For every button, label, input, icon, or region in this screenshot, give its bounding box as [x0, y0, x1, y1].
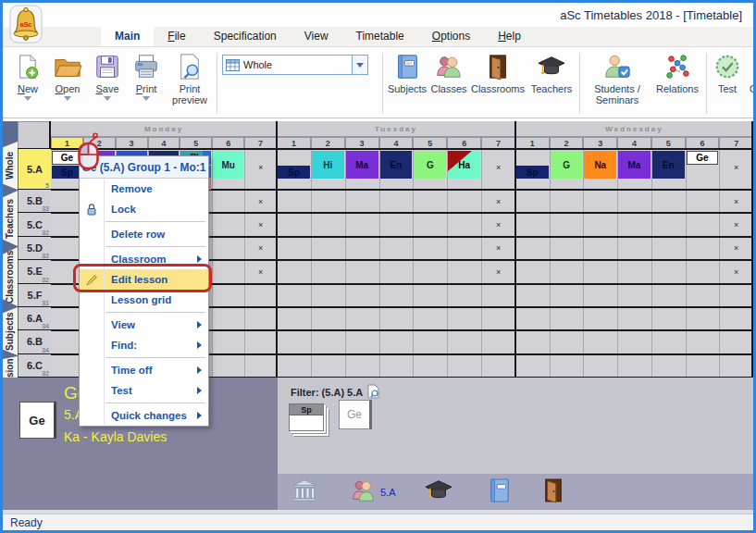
menu-item-label: Test [111, 385, 132, 396]
context-menu-item-lock[interactable]: Lock [80, 199, 208, 219]
submenu-arrow-icon [197, 341, 202, 349]
unplaced-card-sp[interactable]: Sp [289, 403, 324, 431]
day-header-tuesday: Tuesday [277, 121, 515, 137]
blocked-slot-5.E: × [481, 260, 515, 283]
building-icon [291, 477, 318, 507]
filter-label: Filter: (5.A) 5.A [291, 387, 363, 398]
context-menu-item-classroom[interactable]: Classroom [80, 249, 208, 269]
column-line [345, 149, 346, 378]
class-student-count: 34 [42, 323, 49, 329]
lesson-cell-Sp[interactable]: Sp [278, 166, 310, 179]
lesson-cell-Hi[interactable]: Hi [312, 151, 344, 179]
menu-item-label: Lock [111, 204, 136, 215]
lesson-cell-Ma[interactable]: Ma [346, 151, 378, 179]
day-header-wednesday: Wednesday [515, 121, 753, 137]
column-line [311, 149, 312, 378]
context-menu-item-remove[interactable]: Remove [80, 179, 208, 199]
lesson-corner-flag [448, 151, 472, 171]
classes-filter-label: 5.A [380, 487, 396, 498]
class-row-label-5.E[interactable]: 5.E32 [18, 260, 51, 282]
context-menu-item-quick-changes[interactable]: Quick changes [80, 405, 208, 426]
context-menu-item-view[interactable]: View [80, 315, 208, 335]
submenu-arrow-icon [197, 387, 202, 394]
mouse-click-annotation-icon [76, 132, 102, 175]
menu-item-label: Lesson grid [111, 294, 171, 305]
class-row-label-6.A[interactable]: 6.A34 [18, 307, 51, 329]
class-student-count: 32 [42, 253, 49, 259]
context-menu-item-delete-row[interactable]: Delete row [80, 224, 208, 244]
lesson-cell-G[interactable]: G [551, 151, 583, 179]
submenu-arrow-icon [197, 255, 202, 263]
context-menu-item-time-off[interactable]: Time off [80, 360, 208, 380]
lesson-teacher: Ka - Kayla Davies [64, 429, 167, 444]
context-menu-item-edit-lesson[interactable]: Edit lesson [80, 269, 208, 290]
class-name: 6.B [27, 336, 43, 347]
classes-filter-button[interactable]: 5.A [350, 477, 396, 507]
lesson-cell-Sp[interactable]: Sp [516, 166, 549, 179]
lesson-cell-En[interactable]: En [652, 151, 685, 179]
teachers-filter-button[interactable] [424, 477, 453, 507]
blocked-slot-5.B: × [719, 190, 753, 213]
menu-item-label: Delete row [111, 229, 165, 240]
book-icon [489, 477, 511, 507]
unplaced-card-ge[interactable]: Ge [339, 400, 372, 429]
sidebar-tab-whole[interactable]: Whole [3, 142, 18, 190]
building-button[interactable] [291, 477, 318, 507]
class-row-label-5.C[interactable]: 5.C32 [18, 213, 51, 235]
lesson-card[interactable]: Ge [19, 402, 56, 439]
menu-item-label: Time off [111, 365, 153, 376]
context-menu-item-test[interactable]: Test [80, 380, 208, 401]
filter-document-icon[interactable] [366, 384, 380, 401]
blocked-slot-5.D: × [481, 237, 515, 260]
sidebar-tab-teachers[interactable]: Teachers [3, 191, 18, 246]
sidebar-tab-classrooms[interactable]: Classrooms [3, 247, 18, 306]
context-menu-item-lesson-grid[interactable]: Lesson grid [80, 290, 208, 310]
blocked-slot-5.A: × [719, 150, 753, 185]
lesson-cell-Ma[interactable]: Ma [618, 151, 651, 179]
column-line [651, 149, 652, 378]
blocked-slot-5.A: × [244, 150, 277, 185]
door-icon [542, 477, 564, 507]
lesson-cell-Ge[interactable]: Ge [687, 151, 719, 165]
menu-item-label: Classroom [111, 254, 166, 265]
class-row-label-5.B[interactable]: 5.B33 [18, 190, 51, 212]
lesson-cell-Ha[interactable]: Ha [448, 151, 480, 179]
lesson-context-menu: Ge (5.A) Group 1 - Mo:1 RemoveLockDelete… [79, 155, 209, 427]
class-row-label-5.A[interactable]: 5.A5 [18, 149, 51, 189]
blocked-slot-5.E: × [244, 260, 277, 283]
class-row-label-6.C[interactable]: 6.C32 [18, 354, 51, 377]
class-row-label-6.B[interactable]: 6.B34 [18, 330, 51, 353]
class-student-count: 34 [42, 347, 49, 353]
class-student-count: 33 [42, 205, 49, 212]
asc-logo-text: aSc [20, 21, 32, 28]
class-name: 6.A [27, 313, 43, 324]
class-row-label-5.D[interactable]: 5.D32 [18, 237, 51, 259]
blocked-slot-5.C: × [719, 213, 753, 236]
submenu-arrow-icon [197, 412, 202, 419]
lesson-cell-En[interactable]: En [380, 151, 413, 179]
lesson-cell-Mu[interactable]: Mu [213, 151, 243, 179]
card-filter-panel: Filter: (5.A) 5.A Sp Ge [278, 378, 753, 474]
lesson-cell-G[interactable]: G [414, 151, 446, 179]
classes-icon [350, 477, 378, 507]
submenu-arrow-icon [197, 321, 202, 328]
menu-gutter-line [104, 179, 105, 425]
class-name: 5.A [27, 164, 43, 175]
blocked-slot-5.B: × [244, 190, 277, 213]
context-menu-item-find[interactable]: Find: [80, 335, 208, 355]
grid-corner [18, 121, 51, 149]
menu-item-label: View [111, 319, 135, 330]
blocked-slot-5.D: × [719, 237, 753, 260]
class-student-count: 32 [42, 370, 49, 377]
graduation-cap-icon [424, 477, 453, 507]
class-name: 5.C [27, 219, 43, 230]
menu-item-label: Quick changes [111, 410, 187, 421]
column-line [379, 149, 380, 378]
column-line [447, 149, 448, 378]
class-row-label-5.F[interactable]: 5.F31 [18, 284, 51, 306]
lesson-cell-Na[interactable]: Na [584, 151, 616, 179]
bottom-icon-bar: 5.A [278, 474, 753, 510]
classrooms-filter-button[interactable] [542, 477, 564, 507]
subjects-filter-button[interactable] [489, 477, 511, 507]
sidebar-tab-subjects[interactable]: Subjects [3, 307, 18, 355]
